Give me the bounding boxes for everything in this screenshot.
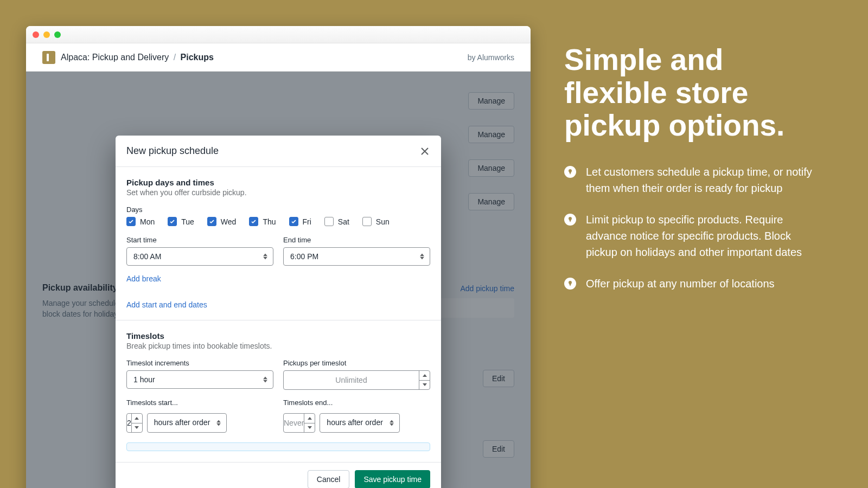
window-zoom-icon[interactable]	[54, 31, 61, 38]
ts-end-placeholder: Never	[284, 414, 304, 432]
app-icon	[42, 51, 55, 64]
increments-select[interactable]: 1 hour	[126, 370, 273, 389]
promo-item: Limit pickup to specific products. Requi…	[564, 211, 819, 260]
app-header: Alpaca: Pickup and Delivery / Pickups by…	[26, 43, 531, 72]
days-row: MonTueWedThuFriSatSun	[126, 217, 430, 226]
add-break-link[interactable]: Add break	[126, 274, 161, 283]
checkbox-icon	[362, 217, 372, 226]
section-title: Timeslots	[126, 331, 430, 341]
checkbox-icon	[249, 217, 258, 226]
titlebar	[26, 26, 531, 43]
new-pickup-schedule-modal: New pickup schedule Pickup days and time…	[116, 136, 441, 488]
crumb-separator: /	[174, 53, 176, 62]
spinner-icon[interactable]	[131, 414, 142, 432]
bullet-icon	[564, 214, 576, 226]
spinner-icon[interactable]	[419, 371, 430, 389]
day-label: Tue	[181, 217, 194, 226]
day-checkbox-mon[interactable]: Mon	[126, 217, 155, 226]
per-slot-placeholder: Unlimited	[284, 371, 419, 389]
day-label: Thu	[263, 217, 276, 226]
cancel-button[interactable]: Cancel	[308, 470, 350, 488]
day-label: Sat	[338, 217, 349, 226]
modal-header: New pickup schedule	[116, 136, 441, 167]
day-checkbox-thu[interactable]: Thu	[249, 217, 276, 226]
ts-end-label: Timeslots end...	[283, 399, 430, 407]
day-checkbox-tue[interactable]: Tue	[168, 217, 194, 226]
crumb-current: Pickups	[181, 53, 214, 62]
checkbox-icon	[324, 217, 334, 226]
modal-footer: Cancel Save pickup time	[116, 462, 441, 488]
add-dates-link[interactable]: Add start and end dates	[126, 300, 207, 309]
ts-end-input[interactable]: Never	[283, 413, 315, 433]
promo-item: Offer pickup at any number of locations	[564, 275, 819, 292]
ts-start-unit: hours after order	[154, 418, 210, 427]
day-checkbox-sun[interactable]: Sun	[362, 217, 390, 226]
promo-heading: Simple and flexible store pickup options…	[564, 43, 819, 142]
per-slot-label: Pickups per timeslot	[283, 359, 430, 367]
promo-list: Let customers schedule a pickup time, or…	[564, 164, 819, 292]
promo-item: Let customers schedule a pickup time, or…	[564, 164, 819, 196]
bullet-icon	[564, 166, 576, 178]
crumb-root[interactable]: Alpaca: Pickup and Delivery	[61, 53, 169, 62]
app-window: Alpaca: Pickup and Delivery / Pickups by…	[26, 26, 531, 488]
modal-body: Pickup days and times Set when you offer…	[116, 167, 441, 462]
days-label: Days	[126, 206, 430, 214]
checkbox-icon	[207, 217, 216, 226]
bullet-icon	[564, 278, 576, 290]
day-label: Wed	[221, 217, 237, 226]
ts-start-value: 2	[127, 414, 131, 432]
section-title: Pickup days and times	[126, 178, 430, 187]
promo-item-text: Let customers schedule a pickup time, or…	[586, 164, 819, 196]
start-time-select[interactable]: 8:00 AM	[126, 247, 273, 266]
select-caret-icon	[216, 420, 221, 426]
save-pickup-time-button[interactable]: Save pickup time	[355, 470, 430, 488]
app-body: Manage Manage Manage Manage Add pickup t…	[26, 72, 531, 488]
spinner-icon[interactable]	[304, 414, 315, 432]
select-caret-icon	[420, 254, 424, 260]
ts-start-label: Timeslots start...	[126, 399, 273, 407]
day-label: Sun	[376, 217, 390, 226]
checkbox-icon	[289, 217, 298, 226]
select-caret-icon	[263, 254, 267, 260]
end-time-label: End time	[283, 236, 430, 244]
divider	[116, 320, 441, 320]
section-subtitle: Set when you offer curbside pickup.	[126, 188, 430, 197]
info-banner	[126, 442, 430, 451]
modal-title: New pickup schedule	[126, 145, 219, 157]
increments-value: 1 hour	[133, 375, 155, 384]
day-checkbox-sat[interactable]: Sat	[324, 217, 349, 226]
day-label: Mon	[140, 217, 155, 226]
increments-label: Timeslot increments	[126, 359, 273, 367]
window-close-icon[interactable]	[33, 31, 39, 38]
per-slot-input[interactable]: Unlimited	[283, 370, 430, 390]
end-time-select[interactable]: 6:00 PM	[283, 247, 430, 266]
start-time-label: Start time	[126, 236, 273, 244]
byline: by Alumworks	[468, 53, 514, 62]
start-time-value: 8:00 AM	[133, 252, 161, 261]
window-minimize-icon[interactable]	[43, 31, 50, 38]
promo-item-text: Offer pickup at any number of locations	[586, 275, 775, 292]
end-time-value: 6:00 PM	[290, 252, 318, 261]
day-checkbox-wed[interactable]: Wed	[207, 217, 237, 226]
ts-start-unit-select[interactable]: hours after order	[147, 413, 227, 433]
ts-start-input[interactable]: 2	[126, 413, 143, 433]
promo-item-text: Limit pickup to specific products. Requi…	[586, 211, 819, 260]
promo-panel: Simple and flexible store pickup options…	[564, 43, 819, 307]
breadcrumb: Alpaca: Pickup and Delivery / Pickups	[61, 53, 214, 62]
day-checkbox-fri[interactable]: Fri	[289, 217, 311, 226]
checkbox-icon	[126, 217, 136, 226]
checkbox-icon	[168, 217, 177, 226]
select-caret-icon	[390, 420, 394, 426]
section-subtitle: Break pickup times into bookable timeslo…	[126, 342, 430, 350]
close-icon[interactable]	[419, 146, 430, 157]
day-label: Fri	[303, 217, 311, 226]
ts-end-unit: hours after order	[327, 418, 383, 427]
ts-end-unit-select[interactable]: hours after order	[320, 413, 400, 433]
select-caret-icon	[263, 377, 267, 383]
